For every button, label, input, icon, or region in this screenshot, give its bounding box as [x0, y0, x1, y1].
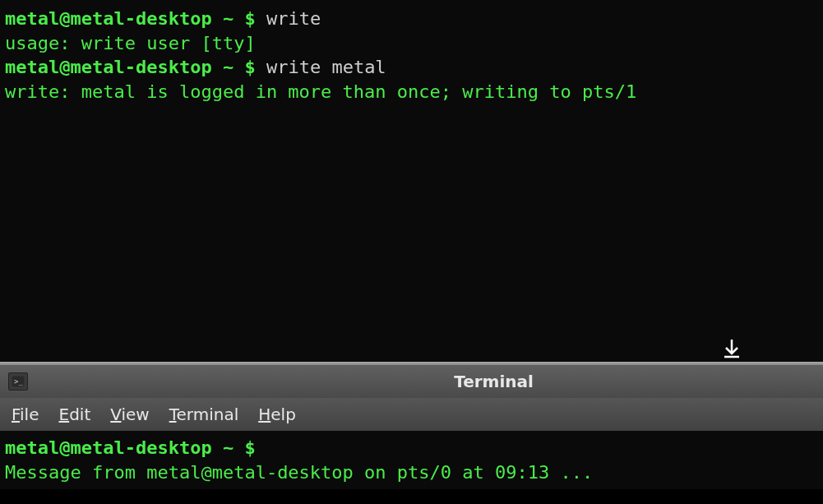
- terminal-output-2: write: metal is logged in more than once…: [5, 80, 818, 104]
- command-text: write: [266, 8, 321, 29]
- prompt-user: metal@metal-desktop: [5, 57, 212, 77]
- menu-help[interactable]: Help: [258, 405, 296, 424]
- command-text: write metal: [266, 57, 386, 77]
- terminal-bottom-message: Message from metal@metal-desktop on pts/…: [5, 460, 818, 485]
- prompt-path: ~: [212, 57, 245, 77]
- prompt-user: metal@metal-desktop: [5, 437, 212, 458]
- prompt-dollar: $: [244, 8, 266, 29]
- prompt-path: ~: [212, 8, 245, 29]
- prompt-path: ~: [212, 437, 245, 458]
- svg-text:>_: >_: [14, 377, 23, 386]
- menubar: File Edit View Terminal Help: [0, 398, 823, 431]
- terminal-line-2: metal@metal-desktop ~ $ write metal: [5, 55, 818, 80]
- window-titlebar[interactable]: >_ Terminal: [0, 365, 823, 398]
- prompt-user: metal@metal-desktop: [5, 8, 212, 29]
- menu-file[interactable]: File: [12, 405, 39, 424]
- terminal-bottom-prompt: metal@metal-desktop ~ $: [5, 436, 818, 460]
- terminal-bottom-pane[interactable]: metal@metal-desktop ~ $ Message from met…: [0, 431, 823, 489]
- menu-terminal[interactable]: Terminal: [169, 405, 239, 424]
- prompt-dollar: $: [244, 437, 266, 458]
- window-title: Terminal: [454, 372, 534, 391]
- download-arrow-icon: [723, 338, 741, 364]
- menu-edit[interactable]: Edit: [58, 405, 90, 424]
- menu-view[interactable]: View: [110, 405, 149, 424]
- prompt-dollar: $: [244, 57, 266, 77]
- terminal-app-icon: >_: [8, 372, 28, 391]
- terminal-output-1: usage: write user [tty]: [5, 31, 818, 56]
- terminal-top-pane[interactable]: metal@metal-desktop ~ $ write usage: wri…: [0, 0, 823, 362]
- terminal-line-1: metal@metal-desktop ~ $ write: [5, 7, 818, 31]
